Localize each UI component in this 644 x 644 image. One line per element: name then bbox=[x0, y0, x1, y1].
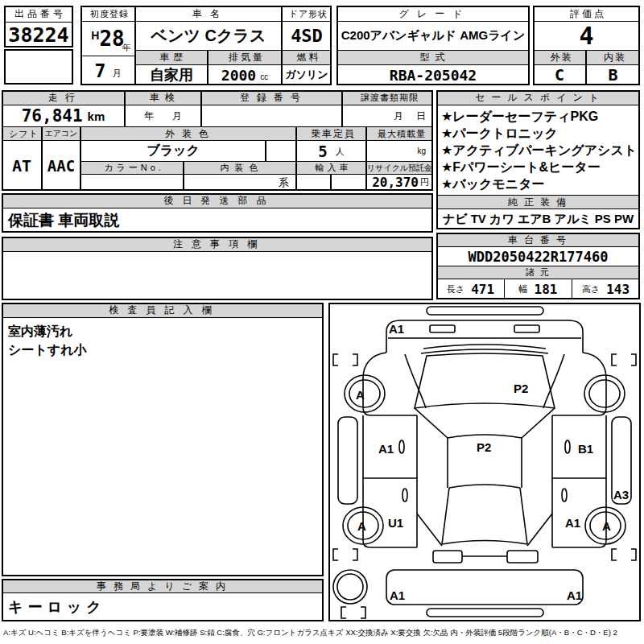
color-no-header: カラーNo. bbox=[80, 161, 184, 175]
transfer-header: 譲渡書類期限 bbox=[342, 90, 433, 105]
inspection-month-ph: 月 bbox=[172, 109, 182, 123]
exhibit-no-header: 出品番号 bbox=[4, 6, 73, 23]
mileage-unit: km bbox=[88, 109, 105, 123]
damage-code-windshield: P2 bbox=[514, 382, 528, 395]
first-reg-year-unit: 年 bbox=[122, 42, 131, 54]
score-header: 評価点 bbox=[533, 6, 640, 22]
spec-length-cell: 長さ 471 bbox=[436, 279, 505, 299]
caution-header: 注意事項欄 bbox=[2, 237, 433, 252]
max-load-cell: kg bbox=[366, 140, 433, 162]
aircon-header: エアコン bbox=[42, 126, 80, 141]
import-cell-1 bbox=[296, 174, 331, 191]
door-header: ドア形状 bbox=[282, 6, 332, 22]
ext-color-value: ブラック bbox=[80, 140, 266, 162]
mileage-header: 走行 bbox=[2, 90, 125, 105]
damage-code-left-front-door: A1 bbox=[378, 442, 394, 456]
score-value: 4 bbox=[533, 21, 640, 51]
exterior-value: C bbox=[533, 64, 586, 85]
damage-code-left-rear-tire: A bbox=[357, 519, 366, 533]
interior-value: B bbox=[586, 64, 640, 85]
recycle-header: リサイクル預託金 bbox=[366, 161, 433, 175]
transfer-day-ph: 日 bbox=[416, 109, 426, 123]
max-load-unit: kg bbox=[417, 147, 426, 155]
car-outline bbox=[333, 307, 636, 618]
later-parts-header: 後日発送部品 bbox=[2, 193, 433, 208]
car-name-header: 車名 bbox=[135, 6, 282, 22]
inspection-year-ph: 年 bbox=[144, 109, 154, 123]
recycle-cell: 20,370 円 bbox=[366, 174, 433, 191]
car-damage-diagram: A1 P2 A A1 P2 B1 A3 U1 A A1 A A1 A1 bbox=[328, 303, 641, 621]
first-reg-era: H bbox=[91, 29, 99, 42]
color-no-value bbox=[80, 174, 184, 191]
exhibit-no-value: 38224 bbox=[4, 22, 73, 47]
office-value: キーロック bbox=[2, 592, 324, 621]
spec-width-cell: 幅 181 bbox=[504, 279, 572, 299]
later-parts-value: 保証書 車両取説 bbox=[2, 208, 433, 233]
first-reg-year: 28 bbox=[99, 27, 124, 51]
first-reg-year-cell: H 28 年 bbox=[80, 21, 135, 56]
spec-width-label: 幅 bbox=[519, 283, 528, 295]
history-header: 車歴 bbox=[135, 50, 208, 65]
inspector-note-line: シートすれ小 bbox=[8, 341, 87, 359]
grade-header: グレード bbox=[336, 6, 530, 22]
damage-code-left-rear-door: U1 bbox=[388, 516, 403, 530]
ext-color-extra-cell bbox=[266, 140, 296, 162]
damage-code-roof: P2 bbox=[477, 440, 491, 454]
inspection-header: 車検 bbox=[125, 90, 201, 105]
displacement-value: 2000 bbox=[221, 67, 256, 84]
spec-length-value: 471 bbox=[471, 282, 494, 297]
reg-no-header: 登録番号 bbox=[201, 90, 342, 105]
displacement-cell: 2000 cc bbox=[208, 64, 282, 85]
specs-header: 諸元 bbox=[436, 266, 640, 279]
caution-value bbox=[2, 251, 433, 300]
first-reg-header: 初度登録 bbox=[80, 6, 135, 22]
spec-height-value: 143 bbox=[606, 282, 630, 297]
capacity-value: 5 bbox=[318, 142, 327, 160]
sales-point-item: ★アクティブパーキングアシスト bbox=[441, 142, 637, 159]
auction-sheet: 出品番号 38224 初度登録 H 28 年 7 月 車名 ベンツ Cクラス 車… bbox=[0, 0, 644, 644]
recycle-unit: 円 bbox=[420, 176, 429, 188]
model-code-value: RBA-205042 bbox=[336, 64, 530, 85]
exhibit-blank-box bbox=[4, 49, 73, 85]
damage-code-right-rear-rocker: A3 bbox=[613, 488, 629, 502]
import-header: 輸入車 bbox=[296, 161, 366, 175]
inspector-note-line: 室内薄汚れ bbox=[8, 322, 72, 341]
footer-legend: A:キズ U:ヘコミ B:キズを伴うヘコミ P:要塗装 W:補修跡 S:錆 C:… bbox=[3, 628, 641, 638]
grade-value: C200アバンギャルド AMGライン bbox=[336, 21, 530, 51]
int-color-header: 内装色 bbox=[184, 161, 296, 175]
chassis-header: 車台番号 bbox=[436, 233, 640, 247]
sales-points-header: セールスポイント bbox=[436, 90, 640, 105]
inspection-cell: 年 月 bbox=[125, 105, 201, 127]
sales-points-list: ★レーダーセーフティPKG ★パークトロニック ★アクティブパーキングアシスト … bbox=[436, 105, 640, 196]
capacity-header: 乗車定員 bbox=[296, 126, 366, 141]
fuel-header: 燃料 bbox=[282, 50, 332, 65]
damage-code-right-front-door: B1 bbox=[578, 442, 593, 456]
spec-height-cell: 高さ 143 bbox=[572, 279, 640, 299]
shift-value: AT bbox=[2, 140, 42, 191]
damage-code-right-rear-tire: A bbox=[602, 519, 611, 533]
inspector-header: 検査員記入欄 bbox=[2, 303, 324, 318]
displacement-unit: cc bbox=[260, 72, 268, 81]
door-value: 4SD bbox=[282, 21, 332, 51]
shift-header: シフト bbox=[2, 126, 42, 141]
fuel-value: ガソリン bbox=[282, 64, 332, 85]
int-color-cell: 系 bbox=[184, 174, 296, 191]
transfer-month-ph: 月 bbox=[394, 109, 403, 123]
displacement-header: 排気量 bbox=[208, 50, 282, 65]
int-color-suffix: 系 bbox=[279, 175, 289, 190]
spec-width-value: 181 bbox=[535, 282, 558, 297]
model-code-header: 型式 bbox=[336, 50, 530, 65]
spec-length-label: 長さ bbox=[447, 283, 464, 295]
damage-code-front-bumper: A1 bbox=[389, 322, 404, 336]
first-reg-month: 7 bbox=[95, 60, 106, 81]
damage-code-rear-bumper-left: A1 bbox=[390, 588, 405, 602]
history-value: 自家用 bbox=[135, 64, 208, 85]
equipment-header: 純正装備 bbox=[436, 195, 640, 209]
sales-point-item: ★Fパワーシート&ヒーター bbox=[441, 159, 601, 175]
transfer-cell: 月 日 bbox=[342, 105, 433, 127]
damage-code-right-rear-door: A1 bbox=[565, 516, 580, 530]
mileage-value: 76,841 bbox=[22, 106, 83, 126]
sales-point-item: ★バックモニター bbox=[441, 175, 545, 192]
mileage-cell: 76,841 km bbox=[2, 105, 125, 127]
ext-color-header: 外装色 bbox=[80, 126, 296, 141]
